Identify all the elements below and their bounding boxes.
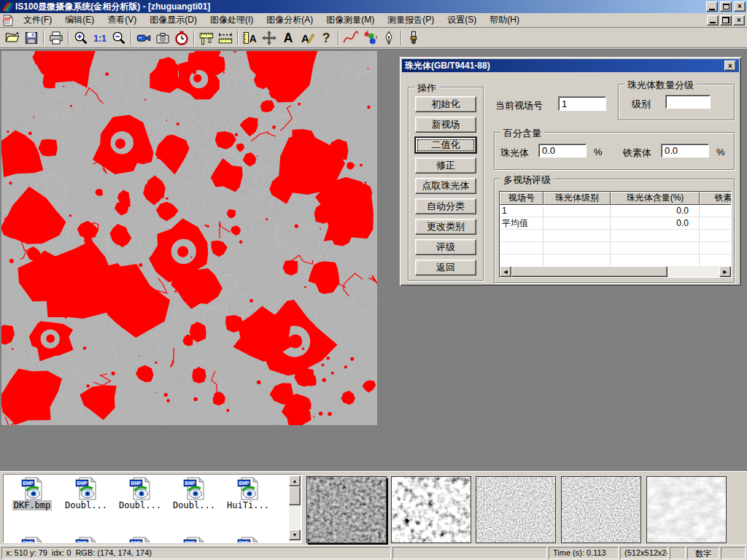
toolbar-separator [68,31,69,45]
file-item[interactable]: BMP DKF.bmp [5,477,59,510]
move-button[interactable] [260,29,279,47]
rating-table-header: 视场号珠光体级别珠光体含量(%)铁素体含量(%) [500,192,732,205]
mdi-minimize-icon [710,22,716,23]
op-button-5[interactable]: 点取珠光体 [415,178,476,194]
op-button-8[interactable]: 评级 [415,239,476,255]
table-row[interactable]: 10.0 [500,205,732,217]
table-row[interactable] [500,254,732,267]
micrograph-image[interactable] [1,51,377,425]
mdi-minimize-button[interactable] [707,15,719,26]
help-button[interactable]: ? [317,29,336,47]
mdi-close-button[interactable]: × [733,15,745,26]
ferrite-percent-input[interactable] [661,144,709,158]
menu-item[interactable]: 图像处理(I) [204,12,260,28]
menu-item[interactable]: 查看(V) [101,12,143,28]
file-item[interactable]: BMP Doubl... [59,477,113,510]
table-cell: 平均值 [500,217,543,229]
zoom-out-button[interactable] [109,29,128,47]
op-button-6[interactable]: 自动分类 [415,198,476,214]
menu-item[interactable]: 图像显示(D) [143,12,204,28]
minimize-button[interactable] [706,1,718,12]
current-field-input[interactable] [558,96,606,111]
dialog-close-button[interactable]: × [724,61,736,71]
dialog-title: 珠光体(GB/T9441-88) [405,60,724,72]
menu-item[interactable]: 图像测量(M) [320,12,381,28]
file-list-vscrollbar[interactable]: ▲ ▼ [289,475,301,542]
rating-table-hscrollbar[interactable]: ◀ ▶ [500,266,731,277]
vscroll-thumb[interactable] [289,486,301,505]
menu-item[interactable]: 帮助(H) [483,12,526,28]
mdi-restore-button[interactable] [720,15,732,26]
grade-input[interactable] [665,95,711,109]
op-button-2[interactable]: 新视场 [415,117,476,133]
file-panel: BMP DKF.bmp BMP Doubl... BMP Doubl... BM… [0,471,747,545]
thumbnail-4[interactable] [561,476,641,543]
file-item[interactable]: BMP [5,537,59,543]
app-icon [1,1,13,12]
text-button[interactable]: A [279,29,298,47]
timer-button[interactable] [172,29,191,47]
thumbnail-5[interactable] [646,476,727,543]
file-item[interactable]: BMP [221,537,275,543]
table-row[interactable]: 平均值0.0 [500,217,732,230]
maximize-button[interactable] [720,1,732,12]
phase-points-button[interactable]: 3 [360,29,379,47]
thumbnail-3[interactable] [476,476,556,543]
table-cell [543,217,611,229]
thumbnail-1[interactable] [306,476,387,543]
file-item[interactable]: BMP Doubl... [113,477,167,510]
text-tool-icon: A [281,31,295,45]
move-cross-icon [262,31,276,45]
menu-item[interactable]: 设置(S) [441,12,483,28]
thumbnail-2[interactable] [391,476,471,543]
menu-item[interactable]: 编辑(E) [58,12,101,28]
snapshot-button[interactable] [153,29,172,47]
dialog-title-bar[interactable]: 珠光体(GB/T9441-88) × [402,59,739,72]
toolbar-separator [400,31,402,45]
file-item[interactable]: BMP [167,537,221,543]
calibration-button[interactable]: A [241,29,260,47]
bmp-file-icon: BMP [182,477,206,500]
table-row[interactable] [500,230,732,242]
file-item[interactable]: BMP HuiTi... [221,477,275,510]
print-button[interactable] [47,29,66,47]
zoom-in-button[interactable] [71,29,90,47]
pearlite-percent-input[interactable] [538,144,587,158]
scroll-left-button[interactable]: ◀ [500,266,511,277]
menu-item[interactable]: 图像分析(A) [260,12,320,28]
close-icon: × [738,3,742,10]
mdi-restore-icon [722,17,729,23]
scroll-up-icon: ▲ [293,478,298,483]
toolbar-separator [193,31,195,45]
camera-icon [155,31,170,45]
op-button-3[interactable]: 二值化 [415,137,476,153]
caliper-button[interactable] [197,29,216,47]
hscroll-thumb[interactable] [511,266,667,277]
table-cell [500,254,543,266]
menu-item[interactable]: 测量报告(P) [381,12,441,28]
scroll-up-button[interactable]: ▲ [289,475,301,486]
op-button-1[interactable]: 初始化 [415,96,476,112]
document-icon[interactable]: DOC [2,15,14,26]
op-button-7[interactable]: 更改类别 [415,219,476,235]
op-button-9[interactable]: 返回 [415,260,476,276]
close-button[interactable]: × [734,1,746,12]
file-item[interactable]: BMP Doubl... [167,477,221,510]
table-row[interactable] [500,242,732,254]
text-style-button[interactable]: A [298,29,317,47]
file-item[interactable]: BMP [113,537,167,543]
op-button-4[interactable]: 修正 [415,158,476,174]
save-button[interactable] [22,29,41,47]
length-measure-button[interactable] [216,29,235,47]
scroll-down-button[interactable]: ▼ [289,529,301,540]
actual-size-button[interactable]: 1:1 [90,29,109,47]
status-empty-2 [670,547,686,559]
open-button[interactable] [3,29,22,47]
brush-button[interactable] [404,29,423,47]
curve-button[interactable] [341,29,360,47]
scroll-right-button[interactable]: ▶ [719,266,731,277]
file-item[interactable]: BMP [59,537,113,543]
menu-item[interactable]: 文件(F) [17,12,58,28]
pen-button[interactable] [379,29,398,47]
video-capture-button[interactable] [134,29,153,47]
